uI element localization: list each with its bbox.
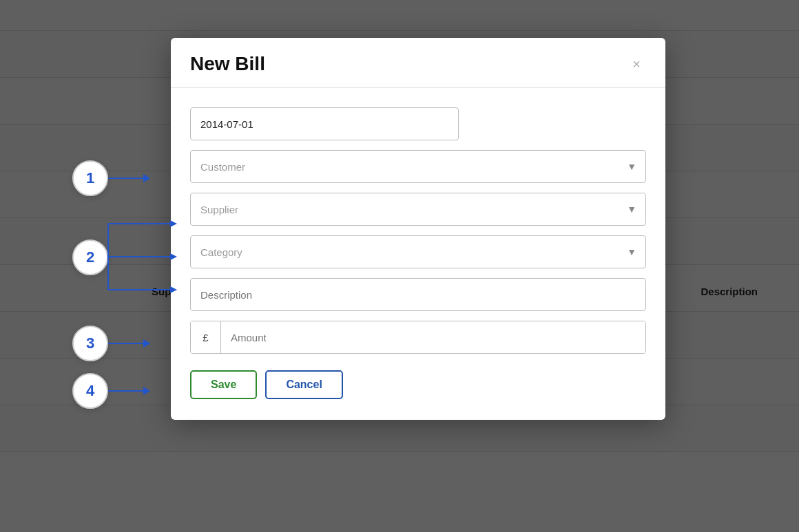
date-input[interactable] — [190, 107, 459, 140]
new-bill-modal: New Bill × Customer ▼ Supplier ▼ Categor… — [171, 38, 665, 420]
save-button[interactable]: Save — [190, 370, 257, 399]
modal-close-button[interactable]: × — [627, 54, 646, 74]
supplier-select[interactable]: Supplier — [190, 193, 646, 226]
customer-select[interactable]: Customer — [190, 150, 646, 183]
description-input[interactable] — [190, 278, 646, 311]
customer-select-wrapper: Customer ▼ — [190, 150, 646, 183]
amount-wrapper: £ — [190, 321, 646, 354]
currency-prefix: £ — [191, 321, 221, 353]
modal-footer: Save Cancel — [171, 361, 665, 399]
amount-input[interactable] — [221, 321, 645, 353]
category-select[interactable]: Category — [190, 235, 646, 268]
category-select-wrapper: Category ▼ — [190, 235, 646, 268]
supplier-select-wrapper: Supplier ▼ — [190, 193, 646, 226]
cancel-button[interactable]: Cancel — [265, 370, 342, 399]
modal-header: New Bill × — [171, 38, 665, 88]
modal-body: Customer ▼ Supplier ▼ Category ▼ £ — [171, 88, 665, 361]
modal-title: New Bill — [190, 53, 265, 75]
